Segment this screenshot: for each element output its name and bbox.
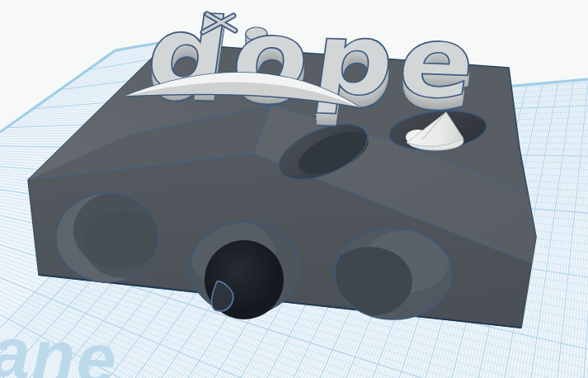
- curved-slab-shape[interactable]: [124, 73, 361, 108]
- letter-serif-flag: [203, 14, 235, 32]
- 3d-viewport[interactable]: ane: [0, 0, 588, 378]
- front-overlay: [0, 0, 588, 378]
